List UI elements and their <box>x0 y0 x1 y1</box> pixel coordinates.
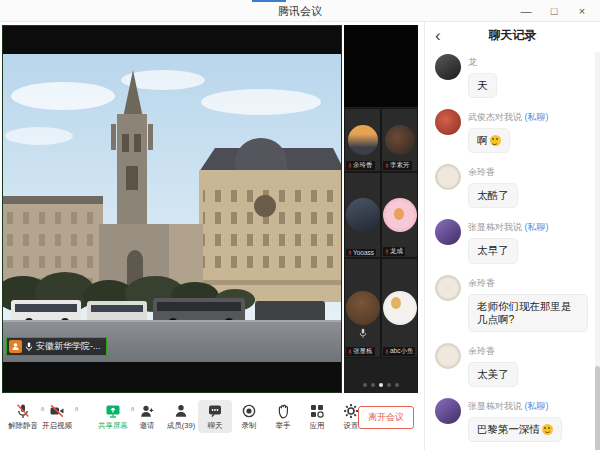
chat-icon <box>207 402 223 419</box>
avatar <box>348 125 378 155</box>
participant-tile[interactable]: 龙成 <box>381 172 418 258</box>
muted-mic-icon <box>385 163 389 169</box>
muted-mic-icon <box>385 249 389 255</box>
share-screen-button[interactable]: ∧ 共享屏幕 <box>96 400 130 433</box>
scrollbar-thumb[interactable] <box>595 366 600 450</box>
chat-message: 余玲香 太美了 <box>435 343 588 387</box>
presenter-badge-icon <box>9 340 22 353</box>
settings-gear-icon <box>343 402 359 419</box>
chat-message: 武俊杰对我说 (私聊) 啊 <box>435 109 588 153</box>
record-icon <box>241 402 257 419</box>
sender-name: 余玲香 <box>468 345 588 358</box>
members-icon <box>173 402 189 419</box>
camera-off-icon <box>49 402 65 419</box>
chat-message-list[interactable]: 龙 天 武俊杰对我说 (私聊) 啊 余玲香 太酷了 <box>425 50 594 450</box>
muted-mic-icon <box>348 163 352 169</box>
participant-tile[interactable]: 余玲香 <box>344 108 381 172</box>
participant-tile[interactable]: Yooass <box>344 172 381 258</box>
chat-message: 余玲香 太酷了 <box>435 164 588 208</box>
muted-mic-icon <box>385 349 389 355</box>
sender-name: 余玲香 <box>468 277 588 290</box>
message-bubble: 太酷了 <box>468 183 518 208</box>
close-button[interactable]: × <box>568 0 596 22</box>
sender-name: 张显栋对我说 (私聊) <box>468 400 588 413</box>
message-bubble: 太早了 <box>468 238 518 263</box>
muted-mic-icon <box>348 250 352 256</box>
avatar <box>435 398 461 424</box>
laugh-emoji <box>542 424 553 435</box>
record-button[interactable]: 录制 <box>232 400 266 433</box>
message-bubble: 巴黎第一深情 <box>468 417 562 442</box>
invite-icon <box>139 402 155 419</box>
participant-name: Yooass <box>353 249 374 256</box>
raise-hand-button[interactable]: 举手 <box>266 400 300 433</box>
message-bubble: 太美了 <box>468 362 518 387</box>
chat-message: 余玲香 老师你们现在那里是几点啊? <box>435 275 588 332</box>
sender-name: 余玲香 <box>468 166 588 179</box>
meeting-toolbar: ∧ 解除静音 ∧ 开启视频 ∧ 共享屏幕 邀请 <box>0 394 422 450</box>
window-title: 腾讯会议 <box>0 4 600 19</box>
private-chat-label: (私聊) <box>525 222 549 232</box>
invite-button[interactable]: 邀请 <box>130 400 164 433</box>
start-video-button[interactable]: ∧ 开启视频 <box>40 400 74 433</box>
participant-name: 李素芳 <box>390 161 410 170</box>
active-speaker-label: 安徽新华学院-... <box>6 337 107 356</box>
mic-on-icon <box>359 328 367 339</box>
chat-button[interactable]: 聊天 <box>198 400 232 433</box>
avatar <box>435 54 461 80</box>
chat-header: ‹ 聊天记录 <box>425 22 600 49</box>
chat-scrollbar[interactable] <box>595 52 600 450</box>
speaker-name: 安徽新华学院-... <box>36 340 101 353</box>
private-chat-label: (私聊) <box>525 112 549 122</box>
avatar <box>435 219 461 245</box>
mic-muted-icon <box>15 402 31 419</box>
participant-tile[interactable]: 李素芳 <box>381 108 418 172</box>
chat-panel: ‹ 聊天记录 龙 天 武俊杰对我说 (私聊) 啊 <box>424 22 600 450</box>
avatar <box>383 198 417 232</box>
leave-meeting-button[interactable]: 离开会议 <box>358 406 414 429</box>
maximize-button[interactable]: □ <box>540 0 568 22</box>
avatar <box>435 109 461 135</box>
participant-name: 龙成 <box>390 247 403 256</box>
apps-button[interactable]: 应用 <box>300 400 334 433</box>
private-chat-label: (私聊) <box>525 401 549 411</box>
camera-off-tile[interactable] <box>344 25 418 107</box>
minimize-button[interactable]: — <box>512 0 540 22</box>
avatar <box>435 164 461 190</box>
chat-message: 龙 天 <box>435 54 588 98</box>
muted-mic-icon <box>348 349 352 355</box>
apps-icon <box>309 402 325 419</box>
main-video-tile[interactable]: 安徽新华学院-... <box>2 25 342 393</box>
window-controls: — □ × <box>512 0 596 22</box>
participant-name: abc小鱼 <box>390 347 413 356</box>
message-bubble: 天 <box>468 73 497 98</box>
chat-message: 张显栋对我说 (私聊) 巴黎第一深情 <box>435 398 588 442</box>
chevron-up-icon[interactable]: ∧ <box>74 405 79 413</box>
tencent-meeting-window: 腾讯会议 — □ × <box>0 0 600 450</box>
avatar <box>346 198 380 232</box>
message-bubble: 老师你们现在那里是几点啊? <box>468 294 588 332</box>
avatar <box>435 275 461 301</box>
avatar <box>385 125 415 155</box>
participant-tile[interactable]: abc小鱼 <box>381 258 418 358</box>
unmute-button[interactable]: ∧ 解除静音 <box>6 400 40 433</box>
mic-on-icon <box>25 342 33 352</box>
participant-name: 余玲香 <box>353 161 373 170</box>
paris-scene-image <box>3 54 341 362</box>
pagination-dots[interactable] <box>344 383 418 387</box>
titlebar: 腾讯会议 — □ × <box>0 0 600 22</box>
participant-thumbnail-strip: 余玲香 李素芳 Yooass 龙成 <box>344 25 418 393</box>
sender-name: 武俊杰对我说 (私聊) <box>468 111 588 124</box>
back-chevron-icon[interactable]: ‹ <box>435 23 441 48</box>
chat-title: 聊天记录 <box>489 27 537 44</box>
message-bubble: 啊 <box>468 128 510 153</box>
tab-indicator <box>252 0 286 2</box>
sender-name: 龙 <box>468 56 588 69</box>
sender-name: 张显栋对我说 (私聊) <box>468 221 588 234</box>
participant-name: 张显栋 <box>353 347 373 356</box>
share-screen-icon <box>105 402 121 419</box>
participant-tile[interactable]: 张显栋 <box>344 258 381 358</box>
members-button[interactable]: 成员(39) <box>164 400 198 433</box>
raise-hand-icon <box>275 402 291 419</box>
smile-emoji <box>490 135 501 146</box>
